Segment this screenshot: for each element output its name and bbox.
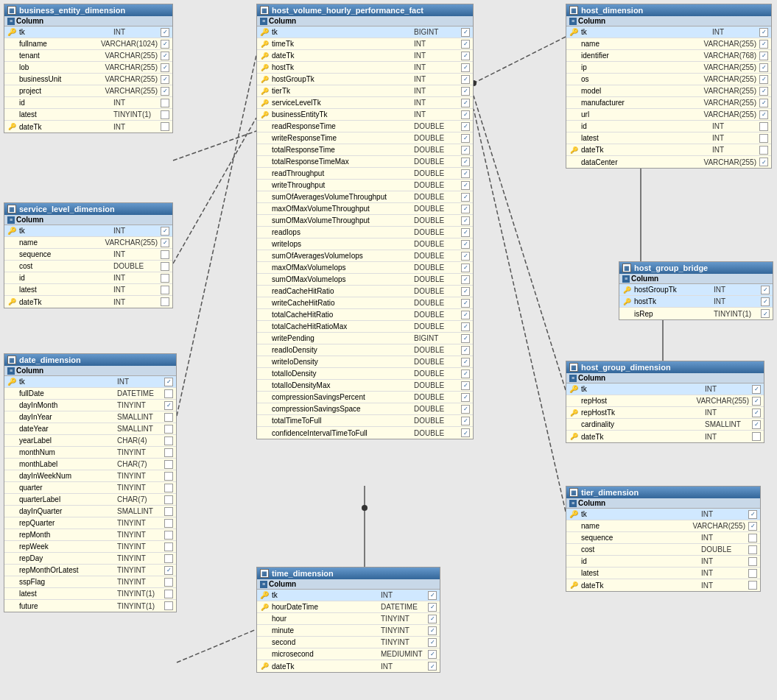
table-row[interactable]: fullnameVARCHAR(1024) xyxy=(4,38,172,50)
column-checkbox[interactable] xyxy=(752,397,761,406)
column-checkbox[interactable] xyxy=(428,638,437,647)
column-checkbox[interactable] xyxy=(164,531,173,540)
column-checkbox[interactable] xyxy=(748,569,757,578)
column-checkbox[interactable] xyxy=(461,417,470,425)
table-row[interactable]: 🔑hostTkINT xyxy=(619,296,773,308)
column-checkbox[interactable] xyxy=(161,227,169,236)
column-checkbox[interactable] xyxy=(164,542,173,551)
table-row[interactable]: sspFlagTINYINT xyxy=(4,576,176,588)
column-checkbox[interactable] xyxy=(161,28,169,37)
table-row[interactable]: repDayTINYINT xyxy=(4,553,176,565)
column-checkbox[interactable] xyxy=(161,87,169,96)
column-checkbox[interactable] xyxy=(428,650,437,659)
table-row[interactable]: writeIopsDOUBLE xyxy=(257,238,473,250)
column-checkbox[interactable] xyxy=(164,484,173,492)
column-checkbox[interactable] xyxy=(759,63,768,72)
table-row[interactable]: dayInYearSMALLINT xyxy=(4,411,176,423)
column-checkbox[interactable] xyxy=(164,448,173,457)
table-row[interactable]: repMonthOrLatestTINYINT xyxy=(4,565,176,576)
column-checkbox[interactable] xyxy=(164,519,173,528)
table-row[interactable]: sumOfAveragesVolumeIopsDOUBLE xyxy=(257,250,473,262)
table-row[interactable]: dayInWeekNumTINYINT xyxy=(4,470,176,482)
table-row[interactable]: latestTINYINT(1) xyxy=(4,588,176,600)
table-row[interactable]: repHostVARCHAR(255) xyxy=(566,395,764,407)
table-row[interactable]: isRepTINYINT(1) xyxy=(619,308,773,319)
column-checkbox[interactable] xyxy=(461,193,470,202)
column-checkbox[interactable] xyxy=(164,578,173,587)
table-row[interactable]: 🔑dateTkINT xyxy=(4,296,172,308)
table-header-host_group_bridge[interactable]: ▦host_group_bridge xyxy=(619,262,773,274)
table-row[interactable]: tenantVARCHAR(255) xyxy=(4,50,172,62)
column-checkbox[interactable] xyxy=(461,346,470,355)
table-row[interactable]: sumOfAveragesVolumeThroughputDOUBLE xyxy=(257,191,473,203)
column-checkbox[interactable] xyxy=(461,358,470,367)
table-row[interactable]: totalTimeToFullDOUBLE xyxy=(257,415,473,427)
column-checkbox[interactable] xyxy=(759,28,768,37)
column-checkbox[interactable] xyxy=(759,110,768,119)
table-row[interactable]: totalCacheHitRatioDOUBLE xyxy=(257,309,473,321)
table-row[interactable]: dataCenterVARCHAR(255) xyxy=(566,156,771,168)
column-checkbox[interactable] xyxy=(161,262,169,271)
table-row[interactable]: writeCacheHitRatioDOUBLE xyxy=(257,297,473,309)
table-row[interactable]: totalResponseTimeDOUBLE xyxy=(257,144,473,156)
table-row[interactable]: minuteTINYINT xyxy=(257,625,440,637)
table-row[interactable]: idINT xyxy=(566,121,771,132)
table-row[interactable]: modelVARCHAR(255) xyxy=(566,85,771,97)
column-checkbox[interactable] xyxy=(759,134,768,143)
column-checkbox[interactable] xyxy=(161,274,169,283)
table-row[interactable]: idINT xyxy=(4,272,172,284)
column-checkbox[interactable] xyxy=(164,460,173,469)
column-checkbox[interactable] xyxy=(748,534,757,542)
table-row[interactable]: confidenceIntervalTimeToFullDOUBLE xyxy=(257,427,473,439)
table-row[interactable]: ipVARCHAR(255) xyxy=(566,62,771,74)
column-checkbox[interactable] xyxy=(164,425,173,434)
table-row[interactable]: readThroughputDOUBLE xyxy=(257,168,473,180)
table-row[interactable]: writeIoDensityDOUBLE xyxy=(257,356,473,368)
column-checkbox[interactable] xyxy=(428,603,437,612)
table-row[interactable]: microsecondMEDIUMINT xyxy=(257,648,440,660)
column-checkbox[interactable] xyxy=(461,322,470,331)
table-row[interactable]: 🔑tkINT xyxy=(4,376,176,388)
table-row[interactable]: sequenceINT xyxy=(566,532,760,544)
column-checkbox[interactable] xyxy=(461,428,470,437)
column-checkbox[interactable] xyxy=(164,590,173,598)
column-checkbox[interactable] xyxy=(161,122,169,131)
table-row[interactable]: writePendingBIGINT xyxy=(257,333,473,344)
table-row[interactable]: projectVARCHAR(255) xyxy=(4,85,172,97)
column-checkbox[interactable] xyxy=(461,228,470,237)
column-checkbox[interactable] xyxy=(461,75,470,84)
table-row[interactable]: totalIoDensityDOUBLE xyxy=(257,368,473,380)
table-row[interactable]: sequenceINT xyxy=(4,249,172,261)
column-checkbox[interactable] xyxy=(759,122,768,131)
table-row[interactable]: 🔑hostTkINT xyxy=(257,62,473,74)
table-row[interactable]: cardinalitySMALLINT xyxy=(566,419,764,431)
table-row[interactable]: 🔑hostGroupTkINT xyxy=(257,74,473,85)
column-checkbox[interactable] xyxy=(161,238,169,247)
column-checkbox[interactable] xyxy=(461,393,470,402)
table-row[interactable]: latestTINYINT(1) xyxy=(4,109,172,121)
table-header-service_level_dimension[interactable]: ▦service_level_dimension xyxy=(4,203,172,215)
table-header-business_entity_dimension[interactable]: ▦business_entity_dimension xyxy=(4,4,172,16)
column-checkbox[interactable] xyxy=(461,146,470,155)
table-row[interactable]: 🔑dateTkINT xyxy=(257,660,440,672)
table-row[interactable]: yearLabelCHAR(4) xyxy=(4,435,176,447)
table-row[interactable]: compressionSavingsPercentDOUBLE xyxy=(257,392,473,403)
column-checkbox[interactable] xyxy=(161,40,169,49)
column-checkbox[interactable] xyxy=(461,334,470,343)
table-row[interactable]: urlVARCHAR(255) xyxy=(566,109,771,121)
table-row[interactable]: manufacturerVARCHAR(255) xyxy=(566,97,771,109)
column-checkbox[interactable] xyxy=(461,287,470,296)
table-row[interactable]: identifierVARCHAR(768) xyxy=(566,50,771,62)
table-row[interactable]: readIopsDOUBLE xyxy=(257,227,473,238)
table-row[interactable]: businessUnitVARCHAR(255) xyxy=(4,74,172,85)
table-row[interactable]: latestINT xyxy=(566,568,760,579)
table-row[interactable]: 🔑dateTkINT xyxy=(257,50,473,62)
column-checkbox[interactable] xyxy=(461,28,470,37)
table-row[interactable]: osVARCHAR(255) xyxy=(566,74,771,85)
column-checkbox[interactable] xyxy=(161,110,169,119)
column-checkbox[interactable] xyxy=(759,87,768,96)
column-checkbox[interactable] xyxy=(164,566,173,575)
column-checkbox[interactable] xyxy=(461,63,470,72)
column-checkbox[interactable] xyxy=(461,275,470,284)
table-row[interactable]: 🔑serviceLevelTkINT xyxy=(257,97,473,109)
